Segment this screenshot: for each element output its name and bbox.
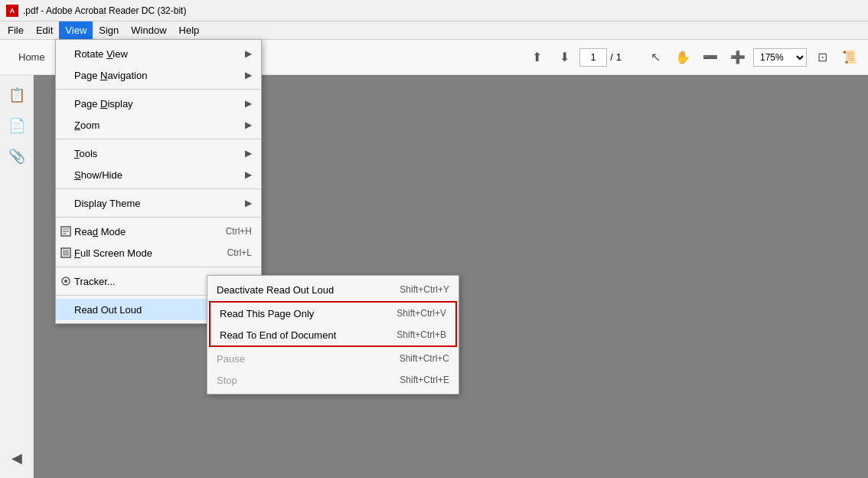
- window-title: .pdf - Adobe Acrobat Reader DC (32-bit): [23, 5, 862, 16]
- menu-bar: File Edit View Sign Window Help: [0, 21, 868, 40]
- page-total: 1: [616, 51, 622, 63]
- sidebar-collapse: ◀: [0, 438, 33, 478]
- collapse-sidebar-button[interactable]: ◀: [3, 444, 31, 472]
- home-button[interactable]: Home: [6, 40, 58, 75]
- zoom-select[interactable]: 175% 100% 125% 150% 200%: [753, 48, 807, 67]
- print-button[interactable]: 🖨: [95, 45, 119, 70]
- menu-file[interactable]: File: [2, 21, 30, 40]
- page-number-input[interactable]: [579, 48, 607, 67]
- toolbar-separator-1: [126, 47, 126, 68]
- pages-icon[interactable]: 📄: [3, 112, 31, 139]
- menu-help[interactable]: Help: [173, 21, 206, 40]
- zoom-out-button[interactable]: ➖: [698, 45, 723, 70]
- menu-view[interactable]: View: [59, 21, 93, 40]
- menu-sign[interactable]: Sign: [93, 21, 125, 40]
- page-separator: /: [610, 51, 613, 63]
- hand-tool-button[interactable]: ✋: [671, 45, 695, 70]
- menu-window[interactable]: Window: [125, 21, 172, 40]
- fit-page-button[interactable]: ⊡: [810, 45, 834, 70]
- scroll-mode-button[interactable]: 📜: [837, 45, 862, 70]
- menu-edit[interactable]: Edit: [30, 21, 59, 40]
- toolbar: Home 💾 🖨 ⬆ ⬇ / 1 ↖ ✋ ➖ ➕ 175% 100% 125% …: [0, 40, 868, 75]
- zoom-in-button[interactable]: ➕: [726, 45, 750, 70]
- attachments-icon[interactable]: 📎: [3, 142, 31, 170]
- sidebar: 📋 📄 📎 ◀: [0, 75, 34, 478]
- bookmarks-icon[interactable]: 📋: [3, 81, 31, 109]
- title-bar: A .pdf - Adobe Acrobat Reader DC (32-bit…: [0, 0, 868, 21]
- nav-controls: ⬆ ⬇ / 1 ↖ ✋ ➖ ➕ 175% 100% 125% 150% 200%…: [524, 45, 862, 70]
- main-content: [34, 75, 868, 478]
- next-page-button[interactable]: ⬇: [552, 45, 576, 70]
- prev-page-button[interactable]: ⬆: [524, 45, 549, 70]
- app-icon: A: [6, 5, 18, 17]
- save-button[interactable]: 💾: [67, 45, 92, 70]
- cursor-tool-button[interactable]: ↖: [643, 45, 667, 70]
